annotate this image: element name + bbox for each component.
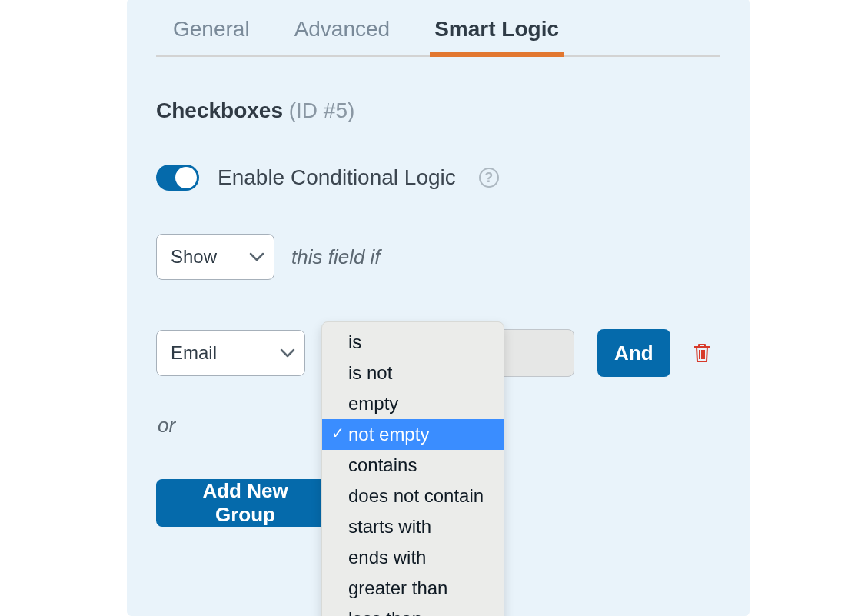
smart-logic-panel: General Advanced Smart Logic Checkboxes … (127, 0, 750, 616)
toggle-knob (175, 167, 197, 188)
toggle-row: Enable Conditional Logic ? (156, 165, 720, 191)
operator-option[interactable]: not empty (322, 419, 504, 450)
chevron-down-icon (280, 348, 295, 358)
field-name: Checkboxes (156, 98, 283, 122)
operator-option[interactable]: less than (322, 604, 504, 616)
add-new-group-button[interactable]: Add New Group (156, 479, 334, 527)
condition-field-select[interactable]: Email (156, 330, 305, 376)
operator-option[interactable]: contains (322, 450, 504, 481)
tab-smart-logic[interactable]: Smart Logic (433, 14, 560, 55)
tab-advanced[interactable]: Advanced (293, 14, 392, 55)
action-row: Show this field if (156, 234, 720, 280)
trash-icon[interactable] (692, 341, 712, 365)
toggle-label: Enable Conditional Logic (218, 165, 456, 190)
operator-option[interactable]: empty (322, 388, 504, 419)
operator-option[interactable]: ends with (322, 542, 504, 573)
tab-general[interactable]: General (171, 14, 251, 55)
help-icon[interactable]: ? (479, 168, 499, 188)
chevron-down-icon (249, 251, 264, 262)
enable-conditional-logic-toggle[interactable] (156, 165, 199, 191)
condition-field-value: Email (171, 342, 217, 364)
and-button[interactable]: And (597, 329, 670, 377)
operator-option[interactable]: starts with (322, 511, 504, 542)
tabs: General Advanced Smart Logic (156, 0, 720, 57)
action-select-value: Show (171, 246, 217, 268)
operator-option[interactable]: is (322, 327, 504, 358)
condition-row: Email And isis notemptynot emptycontains… (156, 329, 720, 377)
section-title: Checkboxes (ID #5) (156, 98, 720, 123)
field-id: (ID #5) (289, 98, 355, 122)
operator-option[interactable]: is not (322, 358, 504, 388)
operator-option[interactable]: greater than (322, 573, 504, 604)
action-select[interactable]: Show (156, 234, 274, 280)
operator-dropdown[interactable]: isis notemptynot emptycontainsdoes not c… (321, 321, 504, 616)
operator-option[interactable]: does not contain (322, 481, 504, 511)
action-suffix: this field if (291, 245, 381, 269)
